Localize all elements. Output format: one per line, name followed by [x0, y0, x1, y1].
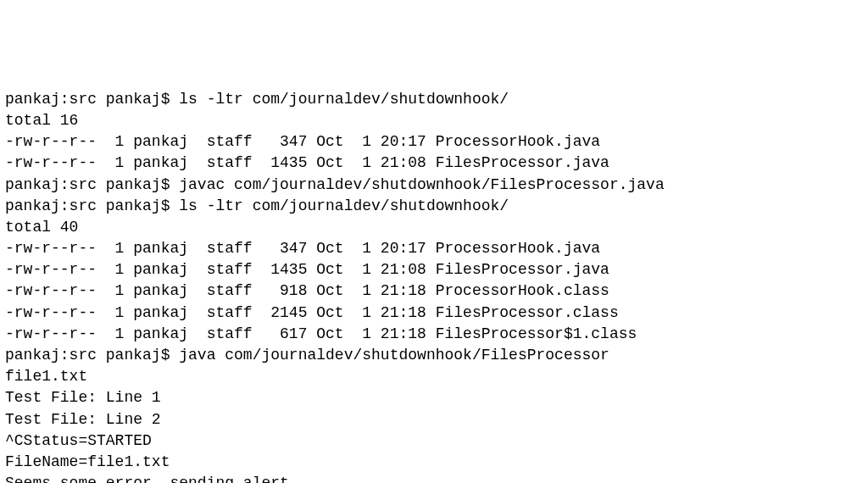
terminal-line: pankaj:src pankaj$ ls -ltr com/journalde… — [5, 89, 863, 110]
terminal-line: -rw-r--r-- 1 pankaj staff 617 Oct 1 21:1… — [5, 324, 863, 345]
terminal-line: Test File: Line 1 — [5, 387, 863, 408]
terminal-line: -rw-r--r-- 1 pankaj staff 1435 Oct 1 21:… — [5, 153, 863, 174]
terminal-line: total 40 — [5, 217, 863, 238]
terminal-line: total 16 — [5, 110, 863, 131]
terminal-line: -rw-r--r-- 1 pankaj staff 347 Oct 1 20:1… — [5, 238, 863, 259]
terminal-line: pankaj:src pankaj$ java com/journaldev/s… — [5, 345, 863, 366]
terminal-line: -rw-r--r-- 1 pankaj staff 1435 Oct 1 21:… — [5, 259, 863, 280]
terminal-line: -rw-r--r-- 1 pankaj staff 918 Oct 1 21:1… — [5, 280, 863, 302]
terminal-line: Test File: Line 2 — [5, 409, 863, 430]
terminal-line: file1.txt — [5, 366, 863, 387]
terminal-line: ^CStatus=STARTED — [5, 430, 863, 452]
terminal-line: FileName=file1.txt — [5, 452, 863, 473]
terminal-line: Seems some error, sending alert — [5, 473, 863, 483]
terminal-line: pankaj:src pankaj$ javac com/journaldev/… — [5, 175, 863, 196]
terminal-line: -rw-r--r-- 1 pankaj staff 2145 Oct 1 21:… — [5, 303, 863, 324]
terminal-line: pankaj:src pankaj$ ls -ltr com/journalde… — [5, 196, 863, 217]
terminal-output[interactable]: pankaj:src pankaj$ ls -ltr com/journalde… — [5, 89, 863, 483]
terminal-line: -rw-r--r-- 1 pankaj staff 347 Oct 1 20:1… — [5, 131, 863, 153]
